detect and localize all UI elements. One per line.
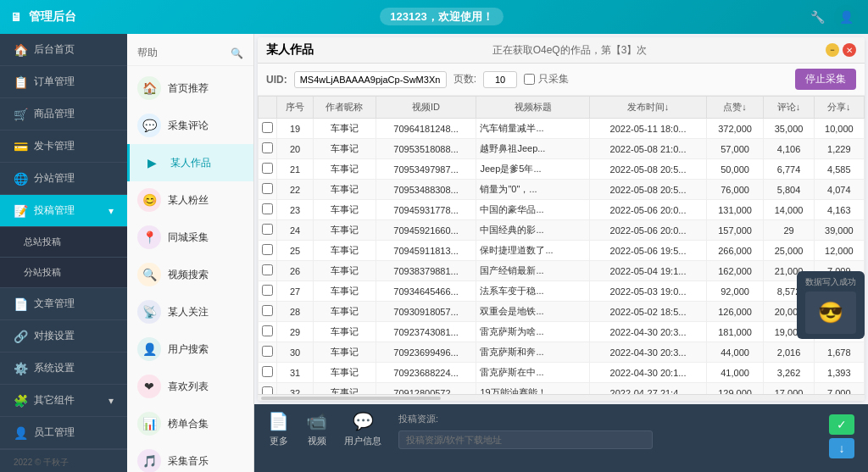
- work-panel-header: 某人作品 正在获取O4eQ的作品，第【3】次 － ✕: [258, 37, 865, 64]
- help-item-home-recommend[interactable]: 🏠 首页推荐: [127, 69, 253, 107]
- row-checkbox[interactable]: [262, 264, 273, 275]
- row-likes: 131,000: [706, 200, 764, 220]
- row-title: 法系车变于稳...: [476, 281, 590, 302]
- sidebar-item-content[interactable]: 📄 文章管理: [0, 288, 127, 320]
- row-likes: 50,000: [706, 159, 764, 180]
- row-likes: 57,000: [706, 139, 764, 159]
- help-item-user-search[interactable]: 👤 用户搜索: [127, 330, 253, 368]
- row-comments: 14,000: [764, 200, 814, 220]
- table-row[interactable]: 32 车事记 70912800572... 19万能油赛能！... 2022-0…: [259, 383, 865, 395]
- row-checkbox[interactable]: [262, 285, 273, 296]
- row-checkbox[interactable]: [262, 325, 273, 336]
- arrow-icon: ▾: [108, 205, 114, 217]
- video-button[interactable]: 📹 视频: [306, 411, 327, 447]
- sidebar-item-other[interactable]: 🧩 其它组件 ▾: [0, 385, 127, 417]
- table-row[interactable]: 19 车事记 70964181248... 汽车销量减半... 2022-05-…: [259, 119, 865, 139]
- table-row[interactable]: 22 车事记 70953488308... 销量为"0"，... 2022-05…: [259, 180, 865, 200]
- minimize-button[interactable]: －: [826, 43, 839, 57]
- row-shares: 4,585: [814, 159, 864, 180]
- sidebar-item-home[interactable]: 🏠 后台首页: [0, 34, 127, 66]
- row-checkbox[interactable]: [262, 366, 273, 377]
- row-time: 2022-05-08 20:5...: [590, 180, 706, 200]
- row-vid: 70953518088...: [376, 139, 476, 159]
- sidebar-item-staff[interactable]: 👤 员工管理: [0, 417, 127, 449]
- horizontal-scrollbar[interactable]: [261, 397, 441, 400]
- sidebar-item-card[interactable]: 💳 发卡管理: [0, 130, 127, 163]
- sidebar-item-submit-branch[interactable]: 分站投稿: [0, 258, 127, 288]
- table-row[interactable]: 23 车事记 70945931778... 中国的豪华品... 2022-05-…: [259, 200, 865, 220]
- sidebar-item-submit[interactable]: 📝 投稿管理 ▾: [0, 195, 127, 227]
- help-item-person-work[interactable]: ▶ 某人作品: [127, 144, 253, 181]
- sidebar-item-goods[interactable]: 🛒 商品管理: [0, 98, 127, 130]
- help-item-person-follow[interactable]: 📡 某人关注: [127, 293, 253, 330]
- sidebar-item-connect[interactable]: 🔗 对接设置: [0, 320, 127, 353]
- table-row[interactable]: 30 车事记 70923699496... 雷克萨斯和奔... 2022-04-…: [259, 342, 865, 363]
- uid-input[interactable]: [294, 71, 447, 88]
- help-item-music-collect[interactable]: 🎵 采集音乐: [127, 442, 253, 472]
- goods-icon: 🛒: [14, 108, 27, 121]
- help-item-rank-collect[interactable]: 📊 榜单合集: [127, 405, 253, 442]
- search-icon[interactable]: 🔍: [231, 47, 243, 59]
- sidebar-item-site[interactable]: 🌐 分站管理: [0, 163, 127, 195]
- page-label: 页数:: [453, 72, 476, 86]
- sidebar-item-order[interactable]: 📋 订单管理: [0, 66, 127, 98]
- action-confirm-button[interactable]: ✓: [829, 414, 854, 435]
- sidebar-item-submit-main[interactable]: 总站投稿: [0, 227, 127, 258]
- sidebar-item-system[interactable]: ⚙️ 系统设置: [0, 353, 127, 385]
- row-checkbox[interactable]: [262, 244, 273, 255]
- row-id: 28: [277, 302, 314, 322]
- help-header: 帮助 🔍: [127, 41, 253, 66]
- form-input[interactable]: [398, 430, 653, 449]
- row-checkbox[interactable]: [262, 346, 273, 357]
- table-row[interactable]: 21 车事记 70953497987... Jeep是爹5年... 2022-0…: [259, 159, 865, 180]
- table-row[interactable]: 26 车事记 70938379881... 国产经销最新... 2022-05-…: [259, 261, 865, 281]
- table-row[interactable]: 27 车事记 70934645466... 法系车变于稳... 2022-05-…: [259, 281, 865, 302]
- row-checkbox[interactable]: [262, 203, 273, 214]
- table-row[interactable]: 25 车事记 70945911813... 保时捷理道数了... 2022-05…: [259, 241, 865, 261]
- help-item-local-collect[interactable]: 📍 同城采集: [127, 219, 253, 256]
- col-time: 发布时间↓: [590, 97, 706, 119]
- settings-icon[interactable]: 🔧: [807, 7, 827, 27]
- local-collect-icon: 📍: [137, 225, 161, 249]
- row-likes: 44,000: [706, 342, 764, 363]
- table-wrapper: 序号 作者昵称 视频ID 视频标题 发布时间↓ 点赞↓ 评论↓ 分享↓: [258, 96, 865, 394]
- table-row[interactable]: 20 车事记 70953518088... 越野鼻祖Jeep... 2022-0…: [259, 139, 865, 159]
- other-arrow-icon: ▾: [108, 395, 114, 407]
- sidebar: 🏠 后台首页 📋 订单管理 🛒 商品管理 💳 发卡管理 🌐 分站管理 📝 投稿管…: [0, 34, 127, 472]
- row-checkbox[interactable]: [262, 122, 273, 133]
- row-checkbox[interactable]: [262, 142, 273, 153]
- stop-collect-button[interactable]: 停止采集: [795, 69, 856, 90]
- row-time: 2022-04-27 21:4...: [590, 383, 706, 395]
- only-collect-checkbox[interactable]: [524, 74, 535, 85]
- user-icon[interactable]: 👤: [834, 5, 858, 29]
- help-item-fav-list[interactable]: ❤ 喜欢列表: [127, 368, 253, 405]
- row-author: 车事记: [314, 261, 376, 281]
- table-row[interactable]: 28 车事记 70930918057... 双重会是地铁... 2022-05-…: [259, 302, 865, 322]
- site-icon: 🌐: [14, 172, 27, 186]
- action-download-button[interactable]: ↓: [829, 438, 854, 458]
- row-id: 21: [277, 159, 314, 180]
- row-checkbox[interactable]: [262, 224, 273, 235]
- table-row[interactable]: 29 车事记 70923743081... 雷克萨斯为啥... 2022-04-…: [259, 322, 865, 342]
- row-id: 32: [277, 383, 314, 395]
- page-input[interactable]: [483, 71, 517, 88]
- row-checkbox[interactable]: [262, 305, 273, 316]
- row-shares: 4,074: [814, 180, 864, 200]
- music-collect-icon: 🎵: [137, 449, 161, 472]
- row-checkbox[interactable]: [262, 163, 273, 174]
- row-comments: 5,804: [764, 180, 814, 200]
- help-item-person-fans[interactable]: 😊 某人粉丝: [127, 181, 253, 219]
- close-button[interactable]: ✕: [843, 43, 856, 57]
- table-row[interactable]: 31 车事记 70923688224... 雷克萨斯在中... 2022-04-…: [259, 363, 865, 383]
- user-info-button[interactable]: 💬 用户信息: [344, 411, 381, 447]
- row-author: 车事记: [314, 180, 376, 200]
- row-checkbox[interactable]: [262, 183, 273, 194]
- row-likes: 181,000: [706, 322, 764, 342]
- help-item-collect-comment[interactable]: 💬 采集评论: [127, 107, 253, 144]
- table-row[interactable]: 24 车事记 70945921660... 中国经典的影... 2022-05-…: [259, 220, 865, 241]
- row-likes: 157,000: [706, 220, 764, 241]
- row-checkbox[interactable]: [262, 386, 273, 394]
- work-panel: 某人作品 正在获取O4eQ的作品，第【3】次 － ✕ UID: 页数: 只采集: [258, 37, 865, 401]
- help-item-video-search[interactable]: 🔍 视频搜索: [127, 256, 253, 293]
- more-button[interactable]: 📄 更多: [268, 411, 289, 447]
